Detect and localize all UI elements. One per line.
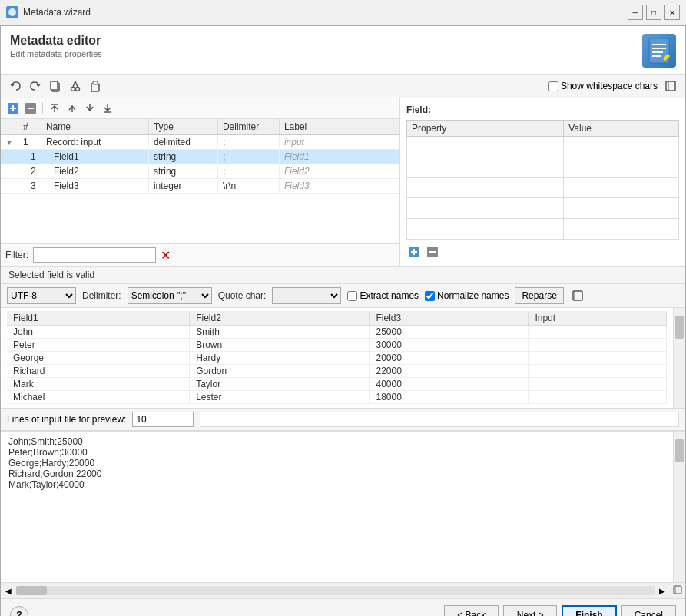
table-row[interactable]: 1 Field1 string ; Field1 bbox=[1, 150, 399, 164]
raw-settings-button[interactable] bbox=[671, 585, 684, 597]
props-col-property: Property bbox=[407, 121, 564, 137]
remove-field-button[interactable] bbox=[23, 101, 38, 116]
filter-row: Filter: ✕ bbox=[1, 243, 399, 266]
props-col-value: Value bbox=[564, 121, 679, 137]
props-row bbox=[407, 157, 679, 177]
list-item: MichaelLester18000 bbox=[7, 391, 667, 404]
col-delimiter: Delimiter bbox=[217, 119, 279, 135]
data-grid-scrollbar[interactable] bbox=[673, 308, 685, 408]
field-list-toolbar bbox=[1, 98, 399, 119]
raw-section: John;Smith;25000 Peter;Brown;30000 Georg… bbox=[1, 431, 685, 598]
normalize-names-text: Normalize names bbox=[437, 290, 509, 301]
content-area: # Name Type Delimiter Label ▼ 1 Record: … bbox=[1, 98, 685, 267]
extract-names-label[interactable]: Extract names bbox=[347, 290, 419, 301]
header-icon bbox=[642, 34, 676, 68]
show-whitespace-checkbox[interactable] bbox=[548, 81, 558, 91]
col-name: Name bbox=[41, 119, 148, 135]
maximize-button[interactable]: □ bbox=[646, 5, 661, 20]
status-text: Selected field is valid bbox=[8, 270, 94, 280]
grid-col-field2: Field2 bbox=[190, 311, 370, 326]
scroll-right-button[interactable]: ▶ bbox=[656, 585, 668, 597]
table-row[interactable]: 3 Field3 integer \r\n Field3 bbox=[1, 179, 399, 194]
svg-line-11 bbox=[75, 81, 78, 87]
page-title: Metadata editor bbox=[10, 34, 102, 48]
col-type: Type bbox=[148, 119, 217, 135]
delimiter-label: Delimiter: bbox=[82, 290, 121, 301]
data-grid: Field1 Field2 Field3 Input JohnSmith2500… bbox=[1, 308, 673, 408]
svg-line-10 bbox=[73, 81, 75, 87]
close-button[interactable]: ✕ bbox=[664, 5, 680, 20]
encoding-select[interactable]: UTF-8 UTF-16 ASCII ISO-8859-1 bbox=[7, 287, 76, 304]
raw-text-line: Mark;Taylor;40000 bbox=[8, 479, 665, 490]
list-item: JohnSmith25000 bbox=[7, 326, 667, 339]
filter-input[interactable] bbox=[33, 247, 156, 263]
svg-point-9 bbox=[76, 88, 80, 91]
table-row[interactable]: 2 Field2 string ; Field2 bbox=[1, 164, 399, 179]
raw-text-line: Peter;Brown;30000 bbox=[8, 447, 665, 458]
lines-input[interactable] bbox=[132, 412, 194, 427]
col-label: Label bbox=[279, 119, 399, 135]
remove-prop-button[interactable] bbox=[425, 244, 440, 260]
field-table: # Name Type Delimiter Label ▼ 1 Record: … bbox=[1, 119, 399, 243]
reparse-button[interactable]: Reparse bbox=[515, 287, 563, 304]
svg-rect-34 bbox=[674, 586, 681, 594]
preview-toolbar: UTF-8 UTF-16 ASCII ISO-8859-1 Delimiter:… bbox=[1, 284, 685, 308]
show-whitespace-text: Show whitespace chars bbox=[561, 81, 658, 91]
finish-button[interactable]: Finish bbox=[562, 605, 616, 616]
raw-text-line: John;Smith;25000 bbox=[8, 436, 665, 447]
settings-button[interactable] bbox=[662, 78, 679, 94]
app-icon bbox=[6, 6, 18, 18]
add-prop-button[interactable] bbox=[406, 244, 422, 260]
raw-text-line: Richard;Gordon;22000 bbox=[8, 469, 665, 479]
props-row bbox=[407, 198, 679, 219]
title-bar: Metadata wizard ─ □ ✕ bbox=[0, 0, 686, 25]
back-button[interactable]: < Back bbox=[444, 605, 499, 616]
move-top-button[interactable] bbox=[47, 101, 62, 116]
move-down-button[interactable] bbox=[82, 101, 98, 116]
col-num: # bbox=[18, 119, 41, 135]
footer: ? < Back Next > Finish Cancel bbox=[1, 598, 685, 616]
svg-point-8 bbox=[71, 88, 75, 91]
list-item: PeterBrown30000 bbox=[7, 339, 667, 352]
show-whitespace-label[interactable]: Show whitespace chars bbox=[548, 81, 658, 91]
header-section: Metadata editor Edit metadata properties bbox=[1, 26, 685, 75]
grid-col-field1: Field1 bbox=[7, 311, 190, 326]
add-field-button[interactable] bbox=[5, 101, 21, 116]
props-row bbox=[407, 219, 679, 240]
undo-button[interactable] bbox=[7, 78, 24, 94]
scroll-left-button[interactable]: ◀ bbox=[2, 585, 15, 597]
extract-names-text: Extract names bbox=[360, 290, 419, 301]
raw-text-line: George;Hardy;20000 bbox=[8, 458, 665, 469]
extract-names-checkbox[interactable] bbox=[347, 291, 357, 301]
move-up-button[interactable] bbox=[65, 101, 80, 116]
minimize-button[interactable]: ─ bbox=[628, 5, 643, 20]
delimiter-select[interactable]: Semicolon ";" Comma "," Tab Space bbox=[128, 287, 212, 304]
raw-text-area[interactable]: John;Smith;25000 Peter;Brown;30000 Georg… bbox=[1, 432, 673, 532]
field-props-panel: Field: Property Value bbox=[400, 98, 685, 266]
raw-scrollbar[interactable] bbox=[673, 432, 685, 582]
cut-button[interactable] bbox=[67, 78, 84, 94]
help-button[interactable]: ? bbox=[10, 606, 28, 616]
lines-label: Lines of input file for preview: bbox=[7, 414, 126, 425]
preview-settings-button[interactable] bbox=[570, 288, 585, 303]
normalize-names-label[interactable]: Normalize names bbox=[425, 290, 509, 301]
list-item: MarkTaylor40000 bbox=[7, 378, 667, 391]
paste-button[interactable] bbox=[87, 78, 104, 94]
svg-rect-13 bbox=[93, 81, 98, 84]
redo-button[interactable] bbox=[27, 78, 44, 94]
list-item: GeorgeHardy20000 bbox=[7, 352, 667, 365]
table-row[interactable]: ▼ 1 Record: input delimited ; input bbox=[1, 135, 399, 150]
next-button[interactable]: Next > bbox=[503, 605, 557, 616]
copy-button[interactable] bbox=[47, 78, 64, 94]
quote-select[interactable]: " ' bbox=[272, 287, 341, 304]
filter-clear-button[interactable]: ✕ bbox=[161, 248, 171, 263]
preview-section: UTF-8 UTF-16 ASCII ISO-8859-1 Delimiter:… bbox=[1, 284, 685, 431]
list-item: RichardGordon22000 bbox=[7, 365, 667, 378]
props-row bbox=[407, 137, 679, 157]
normalize-names-checkbox[interactable] bbox=[425, 291, 435, 301]
page-subtitle: Edit metadata properties bbox=[10, 49, 102, 58]
move-bottom-button[interactable] bbox=[100, 101, 115, 116]
toolbar: Show whitespace chars bbox=[1, 75, 685, 98]
props-row bbox=[407, 177, 679, 198]
cancel-button[interactable]: Cancel bbox=[621, 605, 676, 616]
